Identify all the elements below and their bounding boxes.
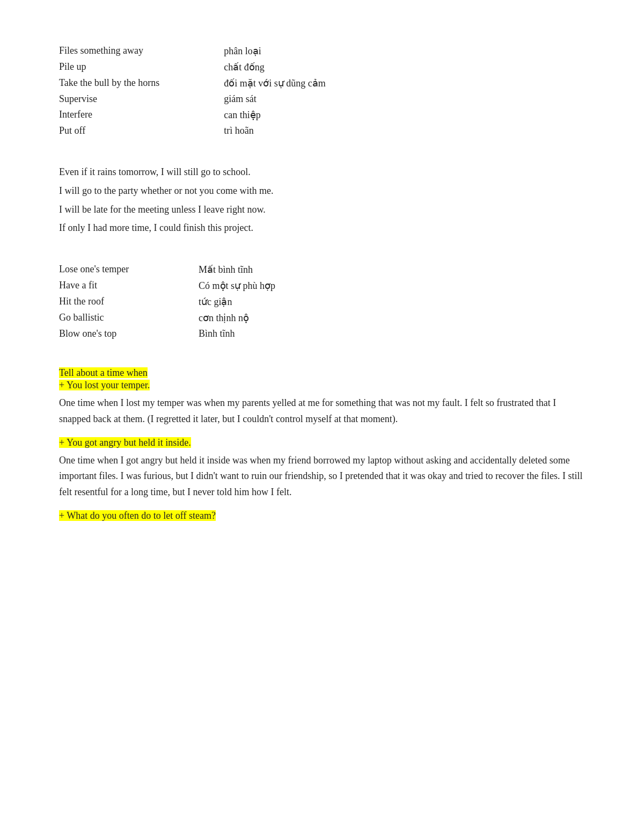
vocab-table-2: Lose one's temperMất bình tĩnhHave a fit… — [59, 262, 275, 342]
vocab-row: Have a fitCó một sự phù hợp — [59, 278, 275, 294]
vocab-en: Put off — [59, 123, 224, 139]
sub-prompt-0: + You lost your temper. — [59, 380, 585, 391]
vocab-row: Files something awayphân loại — [59, 43, 326, 59]
vocab-row: Blow one's topBình tĩnh — [59, 326, 275, 342]
vocab-vn: chất đống — [224, 59, 326, 75]
vocab-en: Interfere — [59, 107, 224, 123]
vocab-section-2: Lose one's temperMất bình tĩnhHave a fit… — [59, 262, 585, 342]
vocab-vn: phân loại — [224, 43, 326, 59]
sentence: Even if it rains tomorrow, I will still … — [59, 164, 585, 180]
vocab-vn: cơn thịnh nộ — [199, 310, 275, 326]
vocab-en: Hit the roof — [59, 294, 199, 310]
sentences-section: Even if it rains tomorrow, I will still … — [59, 164, 585, 236]
sub-prompt-2: + What do you often do to let off steam? — [59, 510, 585, 521]
sub-prompt-text-2: + What do you often do to let off steam? — [59, 510, 216, 521]
sentence: I will be late for the meeting unless I … — [59, 202, 585, 217]
vocab-vn: trì hoãn — [224, 123, 326, 139]
vocab-vn: tức giận — [199, 294, 275, 310]
vocab-vn: đối mặt với sự dũng cảm — [224, 75, 326, 91]
vocab-section-1: Files something awayphân loạiPile upchất… — [59, 43, 585, 139]
answer-0: One time when I lost my temper was when … — [59, 395, 585, 427]
main-prompt-text: Tell about a time when — [59, 367, 148, 378]
vocab-en: Supervise — [59, 91, 224, 107]
vocab-vn: Có một sự phù hợp — [199, 278, 275, 294]
sentence: I will go to the party whether or not yo… — [59, 183, 585, 199]
vocab-row: Interferecan thiệp — [59, 107, 326, 123]
vocab-row: Take the bull by the hornsđối mặt với sự… — [59, 75, 326, 91]
sub-prompt-text-0: + You lost your temper. — [59, 380, 150, 390]
answer-1: One time when I got angry but held it in… — [59, 453, 585, 501]
vocab-row: Put offtrì hoãn — [59, 123, 326, 139]
vocab-en: Go ballistic — [59, 310, 199, 326]
vocab-row: Supervisegiám sát — [59, 91, 326, 107]
vocab-row: Lose one's temperMất bình tĩnh — [59, 262, 275, 278]
vocab-en: Take the bull by the horns — [59, 75, 224, 91]
vocab-en: Files something away — [59, 43, 224, 59]
vocab-row: Go ballisticcơn thịnh nộ — [59, 310, 275, 326]
vocab-vn: giám sát — [224, 91, 326, 107]
vocab-en: Blow one's top — [59, 326, 199, 342]
sub-prompt-text-1: + You got angry but held it inside. — [59, 437, 191, 448]
vocab-row: Pile upchất đống — [59, 59, 326, 75]
vocab-vn: Bình tĩnh — [199, 326, 275, 342]
sub-prompt-1: + You got angry but held it inside. — [59, 437, 585, 448]
vocab-row: Hit the rooftức giận — [59, 294, 275, 310]
discussion-section: Tell about a time when+ You lost your te… — [59, 367, 585, 521]
vocab-en: Lose one's temper — [59, 262, 199, 278]
vocab-en: Have a fit — [59, 278, 199, 294]
vocab-vn: can thiệp — [224, 107, 326, 123]
vocab-table-1: Files something awayphân loạiPile upchất… — [59, 43, 326, 139]
vocab-vn: Mất bình tĩnh — [199, 262, 275, 278]
main-prompt: Tell about a time when — [59, 367, 585, 379]
sentence: If only I had more time, I could finish … — [59, 220, 585, 236]
vocab-en: Pile up — [59, 59, 224, 75]
